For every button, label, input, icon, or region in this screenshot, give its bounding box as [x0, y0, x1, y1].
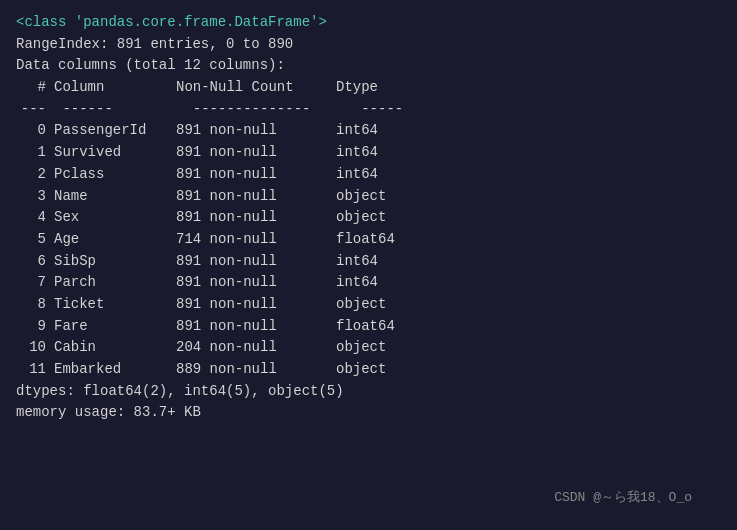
row-num: 5	[16, 229, 46, 251]
table-separator: --- ------ -------------- -----	[16, 99, 721, 121]
table-row: 0PassengerId891 non-nullint64	[16, 120, 721, 142]
row-nonnull: 891 non-null	[176, 186, 336, 208]
class-line: <class 'pandas.core.frame.DataFrame'>	[16, 12, 721, 34]
table-row: 7Parch891 non-nullint64	[16, 272, 721, 294]
row-column: Name	[46, 186, 176, 208]
table-header: # Column Non-Null Count Dtype	[16, 77, 721, 99]
row-num: 3	[16, 186, 46, 208]
row-dtype: object	[336, 186, 386, 208]
header-nonnull: Non-Null Count	[176, 77, 336, 99]
row-nonnull: 714 non-null	[176, 229, 336, 251]
row-column: PassengerId	[46, 120, 176, 142]
row-num: 1	[16, 142, 46, 164]
sep-dtype: -----	[361, 101, 403, 117]
row-num: 9	[16, 316, 46, 338]
row-nonnull: 204 non-null	[176, 337, 336, 359]
table-row: 10Cabin204 non-nullobject	[16, 337, 721, 359]
row-nonnull: 889 non-null	[176, 359, 336, 381]
row-nonnull: 891 non-null	[176, 142, 336, 164]
sep-nonnull: --------------	[193, 99, 353, 121]
range-index-line: RangeIndex: 891 entries, 0 to 890	[16, 34, 721, 56]
table-row: 1Survived891 non-nullint64	[16, 142, 721, 164]
row-column: Cabin	[46, 337, 176, 359]
row-num: 4	[16, 207, 46, 229]
row-dtype: int64	[336, 272, 378, 294]
row-column: Parch	[46, 272, 176, 294]
watermark-text: CSDN @～ら我18、O_oゞ	[554, 488, 705, 506]
dtypes-line: dtypes: float64(2), int64(5), object(5)	[16, 381, 721, 403]
row-nonnull: 891 non-null	[176, 316, 336, 338]
row-num: 11	[16, 359, 46, 381]
row-num: 7	[16, 272, 46, 294]
row-num: 6	[16, 251, 46, 273]
table-row: 9Fare891 non-nullfloat64	[16, 316, 721, 338]
row-dtype: int64	[336, 120, 378, 142]
row-nonnull: 891 non-null	[176, 294, 336, 316]
row-nonnull: 891 non-null	[176, 164, 336, 186]
row-column: Pclass	[46, 164, 176, 186]
row-dtype: int64	[336, 142, 378, 164]
table-row: 4Sex891 non-nullobject	[16, 207, 721, 229]
row-nonnull: 891 non-null	[176, 251, 336, 273]
row-column: Sex	[46, 207, 176, 229]
data-columns-text: Data columns (total 12 columns):	[16, 55, 285, 77]
terminal-output: <class 'pandas.core.frame.DataFrame'> Ra…	[16, 12, 721, 518]
memory-text: memory usage: 83.7+ KB	[16, 402, 201, 424]
data-rows-container: 0PassengerId891 non-nullint641Survived89…	[16, 120, 721, 380]
row-column: Age	[46, 229, 176, 251]
row-dtype: int64	[336, 164, 378, 186]
row-column: SibSp	[46, 251, 176, 273]
header-column: Column	[46, 77, 176, 99]
row-num: 10	[16, 337, 46, 359]
table-row: 3Name891 non-nullobject	[16, 186, 721, 208]
class-text: <class 'pandas.core.frame.DataFrame'>	[16, 12, 327, 34]
row-column: Survived	[46, 142, 176, 164]
row-nonnull: 891 non-null	[176, 272, 336, 294]
row-num: 2	[16, 164, 46, 186]
row-column: Fare	[46, 316, 176, 338]
sep-col: ------	[54, 99, 184, 121]
row-column: Embarked	[46, 359, 176, 381]
sep-num: ---	[16, 99, 46, 121]
table-row: 5Age714 non-nullfloat64	[16, 229, 721, 251]
row-dtype: object	[336, 207, 386, 229]
data-columns-line: Data columns (total 12 columns):	[16, 55, 721, 77]
row-num: 0	[16, 120, 46, 142]
row-column: Ticket	[46, 294, 176, 316]
row-nonnull: 891 non-null	[176, 120, 336, 142]
row-dtype: float64	[336, 316, 395, 338]
row-dtype: object	[336, 359, 386, 381]
table-row: 2Pclass891 non-nullint64	[16, 164, 721, 186]
row-dtype: int64	[336, 251, 378, 273]
row-num: 8	[16, 294, 46, 316]
range-index-text: RangeIndex: 891 entries, 0 to 890	[16, 34, 293, 56]
table-row: 11Embarked889 non-nullobject	[16, 359, 721, 381]
header-num: #	[16, 77, 46, 99]
table-row: 8Ticket891 non-nullobject	[16, 294, 721, 316]
memory-line: memory usage: 83.7+ KB	[16, 402, 721, 424]
table-row: 6SibSp891 non-nullint64	[16, 251, 721, 273]
row-nonnull: 891 non-null	[176, 207, 336, 229]
row-dtype: float64	[336, 229, 395, 251]
dtypes-text: dtypes: float64(2), int64(5), object(5)	[16, 381, 344, 403]
header-dtype: Dtype	[336, 77, 378, 99]
row-dtype: object	[336, 337, 386, 359]
row-dtype: object	[336, 294, 386, 316]
